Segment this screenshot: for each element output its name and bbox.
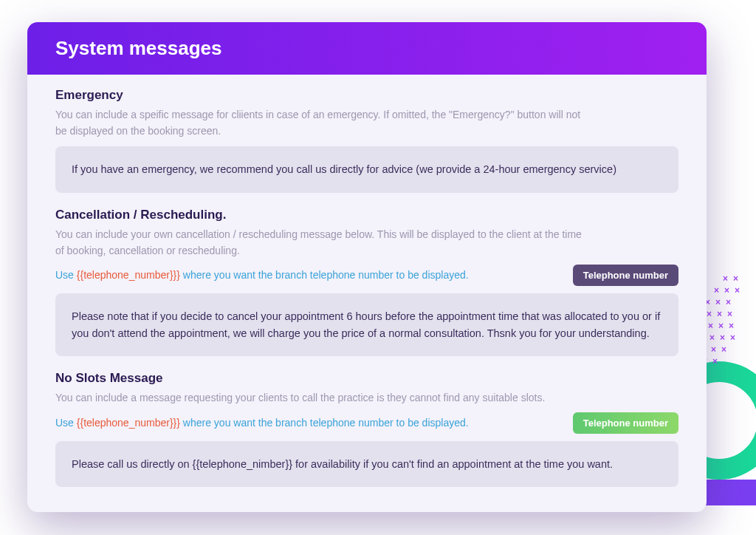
system-messages-card: System messages Emergency You can includ… (27, 22, 707, 512)
no-slots-hint-token: {{telephone_number}}} (77, 417, 180, 429)
card-header: System messages (27, 22, 707, 75)
no-slots-hint-row: Use {{telephone_number}}} where you want… (55, 412, 678, 434)
no-slots-hint-tail: where you want the branch telephone numb… (180, 417, 469, 429)
insert-telephone-button[interactable]: Telephone number (573, 265, 678, 286)
card-body: Emergency You can include a speific mess… (27, 75, 707, 512)
cancellation-hint-row: Use {{telephone_number}}} where you want… (55, 265, 678, 286)
section-emergency: Emergency You can include a speific mess… (55, 88, 678, 193)
cancellation-description: You can include your own cancellation / … (55, 227, 587, 259)
section-no-slots: No Slots Message You can include a messa… (55, 371, 678, 487)
emergency-message-input[interactable]: If you have an emergency, we recommend y… (55, 146, 678, 192)
no-slots-title: No Slots Message (55, 371, 678, 386)
cancellation-title: Cancellation / Rescheduling. (55, 208, 678, 222)
cancellation-hint-token: {{telephone_number}}} (77, 269, 180, 281)
insert-telephone-button-green[interactable]: Telephone number (573, 412, 678, 434)
page-title: System messages (55, 37, 678, 60)
no-slots-hint: Use {{telephone_number}}} where you want… (55, 415, 469, 431)
cancellation-hint-use: Use (55, 269, 77, 281)
cancellation-message-input[interactable]: Please note that if you decide to cancel… (55, 293, 678, 356)
section-cancellation: Cancellation / Rescheduling. You can inc… (55, 208, 678, 356)
emergency-description: You can include a speific message for cl… (55, 107, 587, 139)
no-slots-description: You can include a message requesting you… (55, 390, 587, 406)
emergency-title: Emergency (55, 88, 678, 103)
cancellation-hint-tail: where you want the branch telephone numb… (180, 269, 469, 281)
no-slots-hint-use: Use (55, 417, 77, 429)
no-slots-message-input[interactable]: Please call us directly on {{telephone_n… (55, 441, 678, 487)
cancellation-hint: Use {{telephone_number}}} where you want… (55, 268, 469, 283)
